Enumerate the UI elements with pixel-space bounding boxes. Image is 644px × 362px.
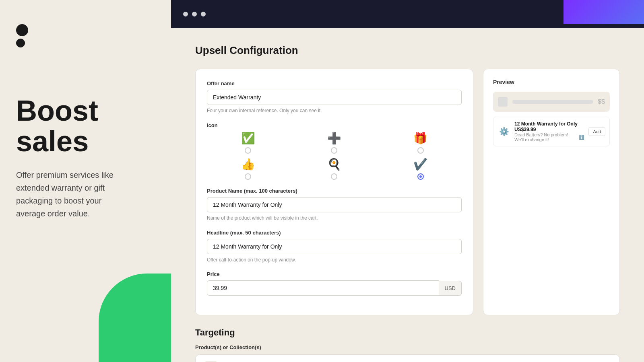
- icon-group: Icon ✅ ➕ 🎁: [207, 122, 462, 180]
- price-label: Price: [207, 271, 462, 277]
- icon-radio-thumbsup[interactable]: [245, 173, 251, 180]
- headline-label: Headline (max. 50 characters): [207, 230, 462, 236]
- preview-add-button[interactable]: Add: [588, 127, 605, 136]
- offer-name-group: Offer name Four your own internal refere…: [207, 80, 462, 114]
- right-panel: Upsell Configuration Offer name Four you…: [171, 0, 644, 362]
- icon-radio-settings[interactable]: [417, 173, 424, 180]
- logo-dot-large: [16, 24, 28, 36]
- preview-item-info: 12 Month Warranty for Only US$39.99 Dead…: [514, 121, 584, 142]
- targeting-title: Targeting: [195, 327, 620, 338]
- headline-hint: Offer call-to-action on the pop-up windo…: [207, 257, 462, 263]
- nav-dot-3: [201, 12, 206, 16]
- icon-label: Icon: [207, 122, 462, 128]
- icon-item-verified: ✅: [207, 132, 289, 154]
- targeting-section: Targeting Product(s) or Collection(s) 🖼 …: [195, 327, 620, 362]
- targeting-card: 🖼 All Products: [195, 354, 620, 362]
- settings-check-icon: ✔️: [413, 158, 427, 171]
- nav-dots-group: [183, 12, 206, 16]
- preview-card: Preview $$ ⚙️ 12 Month Warranty for Only…: [483, 69, 620, 315]
- config-layout: Offer name Four your own internal refere…: [195, 69, 620, 315]
- headline-input[interactable]: [207, 239, 462, 254]
- price-group: Price USD: [207, 271, 462, 296]
- hero-title: Boost sales: [16, 96, 155, 156]
- info-icon: ℹ️: [579, 135, 584, 140]
- preview-title-bar: [512, 100, 593, 104]
- icon-item-cooking: 🍳: [293, 158, 375, 180]
- product-name-label: Product Name (max. 100 characters): [207, 188, 462, 194]
- targeting-item-all-products: 🖼 All Products: [196, 355, 619, 362]
- icon-item-thumbsup: 👍: [207, 158, 289, 180]
- cooking-icon: 🍳: [327, 158, 341, 171]
- purple-accent: [564, 0, 644, 24]
- currency-tag: USD: [439, 281, 462, 296]
- icon-item-settings: ✔️: [380, 158, 462, 180]
- preview-header-bar: $$: [493, 92, 610, 112]
- logo-dot-small: [16, 39, 25, 47]
- gift-icon: 🎁: [413, 132, 427, 145]
- page-title: Upsell Configuration: [195, 44, 620, 57]
- icon-radio-cooking[interactable]: [331, 173, 337, 180]
- hero-subtitle: Offer premium services like extended war…: [16, 169, 129, 220]
- offer-name-label: Offer name: [207, 80, 462, 86]
- price-row: USD: [207, 280, 462, 296]
- nav-dot-1: [183, 12, 188, 16]
- preview-item: ⚙️ 12 Month Warranty for Only US$39.99 D…: [493, 117, 610, 146]
- main-content: Upsell Configuration Offer name Four you…: [171, 28, 644, 362]
- product-name-group: Product Name (max. 100 characters) Name …: [207, 188, 462, 222]
- logo: [16, 24, 155, 47]
- headline-group: Headline (max. 50 characters) Offer call…: [207, 230, 462, 263]
- preview-item-icon: ⚙️: [497, 127, 510, 136]
- targeting-products-label: Product(s) or Collection(s): [195, 344, 620, 350]
- product-name-input[interactable]: [207, 197, 462, 212]
- green-decorative-shape: [99, 274, 171, 362]
- preview-header-icon: [498, 97, 508, 107]
- preview-item-title: 12 Month Warranty for Only US$39.99: [514, 121, 584, 132]
- icon-item-add: ➕: [293, 132, 375, 154]
- preview-label: Preview: [493, 79, 610, 85]
- verified-icon: ✅: [241, 132, 255, 145]
- preview-price-placeholder: $$: [598, 98, 605, 105]
- icon-radio-gift[interactable]: [417, 147, 424, 154]
- icon-grid: ✅ ➕ 🎁 👍: [207, 132, 462, 180]
- form-card: Offer name Four your own internal refere…: [195, 69, 473, 315]
- price-input[interactable]: [207, 280, 439, 296]
- thumbs-up-icon: 👍: [241, 158, 255, 171]
- left-panel: Boost sales Offer premium services like …: [0, 0, 171, 362]
- offer-name-input[interactable]: [207, 90, 462, 105]
- offer-name-hint: Four your own internal reference. Only y…: [207, 107, 462, 114]
- add-circle-icon: ➕: [327, 132, 341, 145]
- icon-radio-verified[interactable]: [245, 147, 251, 154]
- product-name-hint: Name of the product which will be visibl…: [207, 215, 462, 222]
- icon-radio-add[interactable]: [331, 147, 337, 154]
- icon-item-gift: 🎁: [380, 132, 462, 154]
- preview-item-subtitle: Dead Battery? No problem! We'll exchange…: [514, 132, 584, 142]
- nav-dot-2: [192, 12, 197, 16]
